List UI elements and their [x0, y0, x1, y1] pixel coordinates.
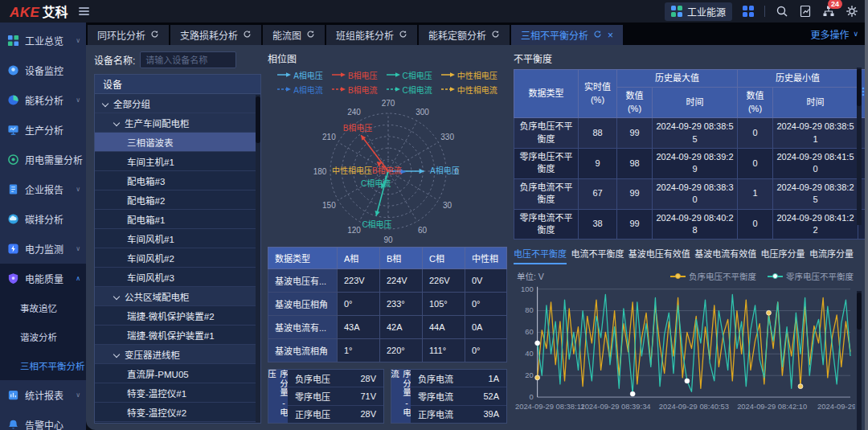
- phase-legend-item[interactable]: C相电压: [387, 69, 432, 81]
- tree-device[interactable]: 三相谐波表: [95, 133, 260, 152]
- workspace-switcher[interactable]: 工业能源: [665, 2, 732, 21]
- sidebar-item-5[interactable]: 企业报告∨: [0, 174, 86, 204]
- tree-device[interactable]: 瑞捷-微机保护装置#1: [95, 326, 260, 345]
- tree-scrollbar[interactable]: [256, 95, 260, 423]
- dashed-arrow-icon: [387, 85, 400, 94]
- refresh-icon[interactable]: [306, 30, 315, 41]
- trend-tab-5[interactable]: 电流序分量: [809, 247, 854, 264]
- sidebar-item-1[interactable]: 设备监控: [0, 55, 86, 85]
- sequence-label: 零序电压: [295, 390, 330, 403]
- sidebar-subitem-1[interactable]: 谐波分析: [0, 322, 86, 351]
- refresh-icon[interactable]: [150, 30, 159, 41]
- sidebar-item-4[interactable]: 用电需量分析: [0, 145, 86, 174]
- refresh-icon[interactable]: [399, 30, 407, 41]
- trend-tab-3[interactable]: 基波电流有效值: [694, 247, 756, 264]
- tree-device[interactable]: 配电箱#2: [95, 190, 260, 210]
- tree-device[interactable]: 车间主机#1: [95, 152, 260, 171]
- top-tab-1[interactable]: 支路损耗分析: [170, 25, 261, 45]
- trend-legend-item-1[interactable]: 零序电压不平衡度: [768, 270, 854, 282]
- chart-scrollbar[interactable]: [857, 291, 862, 430]
- table-cell: 负序电流不平衡度: [514, 178, 579, 209]
- tree-device[interactable]: SmartGen-发电机: [95, 422, 260, 424]
- sidebar-item-label: 用电需量分析: [25, 153, 83, 166]
- sequence-row: 零序电流52A: [411, 387, 506, 405]
- phase-legend-item[interactable]: 中性相电流: [441, 84, 497, 96]
- tree-device[interactable]: 车间风机#3: [95, 268, 260, 287]
- tree-device[interactable]: 车间风机#2: [95, 248, 260, 268]
- phase-legend-row: A相电流B相电流C相电流中性相电流: [277, 84, 497, 96]
- sidebar-item-label: 生产分析: [25, 123, 63, 137]
- tree-group[interactable]: 变压器进线柜: [95, 345, 260, 364]
- phase-legend-item[interactable]: A相电流: [277, 84, 323, 96]
- trend-tab-0[interactable]: 电压不平衡度: [514, 247, 567, 264]
- sequence-value: 52A: [483, 391, 499, 401]
- more-actions-button[interactable]: 更多操作 ∨: [810, 27, 858, 41]
- tree-device[interactable]: 车间风机#1: [95, 229, 260, 248]
- table-scrollbar[interactable]: [857, 68, 862, 225]
- tree-group[interactable]: 全部分组: [95, 94, 260, 113]
- content-area: 设备名称: 设备 全部分组生产车间配电柜三相谐波表车间主机#1配电箱#3配电箱#…: [86, 45, 868, 430]
- tree-device[interactable]: 配电箱#3: [95, 171, 260, 190]
- report-file-icon[interactable]: [799, 5, 812, 18]
- sidebar-item-7[interactable]: 电力监测∨: [0, 234, 86, 264]
- apps-grid-icon[interactable]: [743, 6, 754, 17]
- phase-legend-item[interactable]: B相电压: [332, 69, 378, 81]
- sidebar-subitem-0[interactable]: 事故追忆: [0, 293, 86, 322]
- top-tab-3[interactable]: 班组能耗分析: [326, 25, 417, 45]
- sidebar-item-6[interactable]: 碳排分析: [0, 204, 86, 234]
- cloud-icon: [7, 213, 19, 225]
- phase-legend-row: A相电压B相电压C相电压中性相电压: [277, 69, 497, 81]
- sidebar-item-label: 碳排分析: [25, 212, 63, 226]
- trend-tab-1[interactable]: 电流不平衡度: [571, 247, 624, 264]
- search-icon[interactable]: [776, 5, 788, 18]
- tree-node-label: 瑞捷-微机保护装置#2: [127, 309, 215, 322]
- refresh-icon[interactable]: [243, 30, 252, 41]
- trend-tab-2[interactable]: 基波电压有效值: [628, 247, 690, 264]
- top-tab-4[interactable]: 能耗定额分析: [419, 25, 510, 45]
- tree-device[interactable]: 配电箱#1: [95, 210, 260, 229]
- bell-icon: [7, 419, 19, 430]
- sidebar-item-0[interactable]: 工业总览∨: [0, 26, 86, 55]
- sequence-card-title: 序分量-电流: [391, 370, 411, 423]
- trend-legend-item-0[interactable]: 负序电压不平衡度: [670, 270, 756, 282]
- phase-legend-item[interactable]: A相电压: [277, 69, 323, 81]
- top-tab-0[interactable]: 同环比分析: [88, 25, 169, 45]
- close-tab-icon[interactable]: ×: [608, 30, 613, 41]
- phase-legend-item[interactable]: 中性相电压: [441, 69, 497, 81]
- top-tab-5[interactable]: 三相不平衡分析×: [511, 25, 623, 45]
- sidebar-subitem-2[interactable]: 三相不平衡分析: [0, 351, 86, 380]
- tree-group[interactable]: 公共区域配电柜: [95, 287, 260, 306]
- sidebar-item-3[interactable]: 生产分析: [0, 115, 86, 145]
- svg-text:2024-09-29 08:38:11: 2024-09-29 08:38:11: [515, 403, 584, 412]
- menu-toggle-icon[interactable]: [77, 4, 91, 18]
- tree-device[interactable]: 直流屏-PMU05: [95, 364, 260, 383]
- table-cell: 基波电流相角: [268, 339, 338, 362]
- sidebar-item-2[interactable]: 能耗分析∨: [0, 85, 86, 115]
- tree-device[interactable]: 特变-温控仪#1: [95, 383, 260, 403]
- trend-tab-4[interactable]: 电压序分量: [761, 247, 805, 264]
- device-name-input[interactable]: [140, 51, 236, 68]
- legend-label: 负序电压不平衡度: [689, 270, 756, 282]
- table-cell: 0°: [465, 339, 507, 362]
- alarm-center-icon[interactable]: 24: [822, 5, 835, 18]
- top-tab-2[interactable]: 能流图: [263, 25, 325, 45]
- table-cell: 2024-09-29 08:38:30: [653, 178, 738, 209]
- chevron-down-icon: ∨: [76, 186, 80, 193]
- refresh-icon[interactable]: [593, 30, 602, 41]
- sidebar-item-9[interactable]: 统计报表∨: [0, 380, 86, 410]
- tree-node-label: 瑞捷-微机保护装置#1: [127, 329, 215, 342]
- tree-device[interactable]: 特变-温控仪#2: [95, 403, 260, 422]
- sidebar-item-8[interactable]: 电能质量∧: [0, 264, 86, 293]
- grid-icon: [7, 35, 19, 47]
- tree-group[interactable]: 生产车间配电柜: [95, 113, 260, 133]
- svg-text:2024-09-29 08:40:53: 2024-09-29 08:40:53: [659, 403, 729, 412]
- refresh-icon[interactable]: [491, 30, 500, 41]
- sidebar-item-10[interactable]: 告警中心: [0, 410, 86, 430]
- svg-text:40: 40: [525, 350, 533, 358]
- phase-legend-item[interactable]: C相电流: [387, 84, 432, 96]
- settings-gear-icon[interactable]: [845, 5, 858, 18]
- topbar-divider: [764, 6, 765, 17]
- svg-text:B相电压: B相电压: [343, 123, 373, 133]
- phase-legend-item[interactable]: B相电流: [332, 84, 378, 96]
- tree-device[interactable]: 瑞捷-微机保护装置#2: [95, 306, 260, 326]
